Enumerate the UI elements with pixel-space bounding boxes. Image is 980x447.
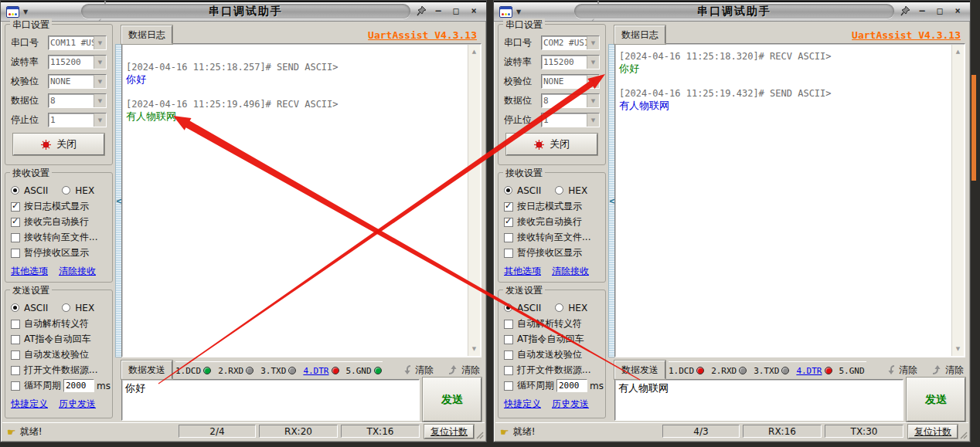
log-line: [2024-04-16 11:25:18.320]# RECV ASCII> xyxy=(619,50,949,63)
clear-send-button[interactable]: 清除 xyxy=(447,361,480,378)
send-ascii-radio[interactable] xyxy=(11,303,19,312)
cycle-checkbox[interactable] xyxy=(11,381,20,391)
log-scrollbar[interactable]: ▲ ▼ xyxy=(951,45,964,356)
titlebar-center: 串口调试助手 xyxy=(574,4,894,19)
tab-data-send[interactable]: 数据发送 xyxy=(121,361,172,379)
tab-data-log[interactable]: 数据日志 xyxy=(614,25,665,44)
titlebar[interactable]: ▼ 串口调试助手 – □ × xyxy=(1,1,486,22)
auto-linefeed-label: 接收完自动换行 xyxy=(517,215,582,229)
at-cr-checkbox[interactable] xyxy=(11,335,20,344)
at-cr-checkbox[interactable] xyxy=(504,335,513,344)
send-hex-radio[interactable] xyxy=(62,303,70,312)
parity-select[interactable]: NONE▼ xyxy=(541,74,600,89)
parity-select[interactable]: NONE▼ xyxy=(48,74,107,89)
pin-dtr[interactable]: 4.DTR xyxy=(303,366,339,376)
close-window-button[interactable]: × xyxy=(951,5,964,17)
auto-linefeed-checkbox[interactable] xyxy=(504,218,513,227)
other-options-link[interactable]: 其他选项 xyxy=(504,265,541,279)
chevron-down-icon[interactable]: ▼ xyxy=(23,8,28,15)
clear-receive-link[interactable]: 清除接收 xyxy=(552,265,589,279)
file-source-checkbox[interactable] xyxy=(11,366,20,375)
resize-grip[interactable] xyxy=(475,431,484,439)
resize-grip[interactable] xyxy=(959,431,968,439)
clear-send-button[interactable]: 清除 xyxy=(931,361,964,378)
combo-arrow-icon: ▼ xyxy=(94,94,106,107)
cycle-checkbox[interactable] xyxy=(504,381,513,391)
stopbits-select[interactable]: 1▼ xyxy=(541,113,600,127)
send-data-input[interactable]: 有人物联网 xyxy=(614,379,903,421)
tab-data-send[interactable]: 数据发送 xyxy=(614,361,665,379)
pin-icon[interactable] xyxy=(900,5,910,16)
scroll-up-icon[interactable]: ▲ xyxy=(952,46,964,57)
clear-receive-link[interactable]: 清除接收 xyxy=(59,265,96,279)
cycle-period-input[interactable] xyxy=(556,379,587,392)
scroll-down-icon[interactable]: ▼ xyxy=(468,344,480,354)
cycle-period-input[interactable] xyxy=(63,379,94,392)
recv-ascii-label: ASCII xyxy=(24,185,48,196)
port-select[interactable]: COM11 #US▼ xyxy=(48,36,107,50)
quick-define-link[interactable]: 快捷定义 xyxy=(11,398,48,411)
recv-ascii-radio[interactable] xyxy=(11,186,19,195)
pin-status-strip: 1.DCD 2.RXD 3.TXD 4.DTR 5.GND 6. xyxy=(669,361,866,379)
clear-receive-button[interactable]: 清除 xyxy=(885,361,917,378)
log-mode-checkbox[interactable] xyxy=(504,202,513,212)
recv-hex-radio[interactable] xyxy=(62,186,70,195)
history-send-link[interactable]: 历史发送 xyxy=(552,398,589,411)
pin-dcd-led xyxy=(203,367,211,374)
send-settings-group: 发送设置 ASCII HEX 自动解析转义符 AT指令自动回车 自动发送校验位 … xyxy=(5,290,113,418)
baud-select[interactable]: 115200▼ xyxy=(541,55,600,69)
scroll-down-icon[interactable]: ▼ xyxy=(952,344,964,354)
recv-to-file-checkbox[interactable] xyxy=(504,233,513,242)
minimize-button[interactable]: – xyxy=(432,5,444,17)
pin-icon[interactable] xyxy=(417,5,427,16)
send-ascii-radio[interactable] xyxy=(504,303,512,312)
data-log-box[interactable]: [2024-04-16 11:25:18.320]# RECV ASCII> 你… xyxy=(614,43,965,357)
escape-parse-checkbox[interactable] xyxy=(504,320,513,329)
send-button[interactable]: 发送 xyxy=(907,378,965,422)
version-link[interactable]: UartAssist V4.3.13 xyxy=(368,29,477,41)
databits-select[interactable]: 8▼ xyxy=(541,93,600,108)
port-select[interactable]: COM2 #USI▼ xyxy=(541,36,600,50)
databits-select[interactable]: 8▼ xyxy=(48,93,107,108)
pin-dtr[interactable]: 4.DTR xyxy=(796,366,832,376)
chevron-down-icon[interactable]: ▼ xyxy=(516,8,521,15)
auto-checksum-checkbox[interactable] xyxy=(504,350,513,360)
close-port-button[interactable]: 关闭 xyxy=(506,134,597,155)
version-link[interactable]: UartAssist V4.3.13 xyxy=(852,29,961,41)
pause-display-checkbox[interactable] xyxy=(11,249,20,258)
titlebar[interactable]: ▼ 串口调试助手 – □ × xyxy=(494,1,970,22)
tab-data-log[interactable]: 数据日志 xyxy=(121,25,172,44)
escape-parse-checkbox[interactable] xyxy=(11,320,20,329)
serial-settings-group: 串口设置 串口号 COM11 #US▼ 波特率 115200▼ 校验位 NONE… xyxy=(5,24,113,165)
minimize-button[interactable]: – xyxy=(916,5,928,17)
scroll-up-icon[interactable]: ▲ xyxy=(468,46,480,57)
quick-define-link[interactable]: 快捷定义 xyxy=(504,398,541,411)
auto-checksum-checkbox[interactable] xyxy=(11,350,20,360)
close-port-button[interactable]: 关闭 xyxy=(13,134,104,155)
other-options-link[interactable]: 其他选项 xyxy=(11,265,48,279)
recv-hex-radio[interactable] xyxy=(555,186,563,195)
file-source-checkbox[interactable] xyxy=(504,366,513,375)
data-log-box[interactable]: [2024-04-16 11:25:18.257]# SEND ASCII> 你… xyxy=(121,43,481,357)
recv-to-file-checkbox[interactable] xyxy=(11,233,20,242)
pin-gnd: 5.GND xyxy=(346,366,382,376)
send-hex-radio[interactable] xyxy=(555,303,563,312)
maximize-button[interactable]: □ xyxy=(450,5,462,17)
pin-gnd: 5.GND xyxy=(839,366,867,376)
log-mode-checkbox[interactable] xyxy=(11,202,20,212)
baud-select[interactable]: 115200▼ xyxy=(48,55,107,69)
maximize-button[interactable]: □ xyxy=(934,5,946,17)
reset-counter-button[interactable]: 复位计数 xyxy=(908,425,958,439)
send-data-input[interactable]: 你好 xyxy=(121,379,420,421)
log-scrollbar[interactable]: ▲ ▼ xyxy=(468,45,480,356)
pause-display-checkbox[interactable] xyxy=(504,249,513,258)
file-source-label: 打开文件数据源... xyxy=(517,364,590,377)
close-window-button[interactable]: × xyxy=(468,5,480,17)
history-send-link[interactable]: 历史发送 xyxy=(59,398,96,411)
auto-linefeed-checkbox[interactable] xyxy=(11,218,20,227)
send-button[interactable]: 发送 xyxy=(423,378,481,422)
stopbits-select[interactable]: 1▼ xyxy=(48,113,107,127)
clear-receive-button[interactable]: 清除 xyxy=(401,361,434,378)
reset-counter-button[interactable]: 复位计数 xyxy=(424,425,474,439)
recv-ascii-radio[interactable] xyxy=(504,186,512,195)
